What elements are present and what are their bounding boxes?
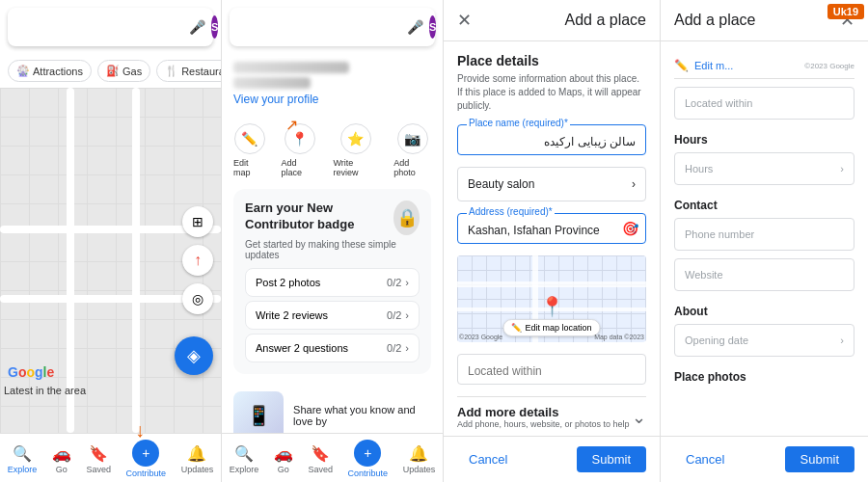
nav-go[interactable]: 🚗 Go [52, 444, 71, 474]
contributor-avatar[interactable]: S [429, 15, 436, 39]
view-profile-link[interactable]: View your profile [233, 93, 319, 106]
nav-updates-label: Updates [181, 465, 214, 474]
profile-section: View your profile [233, 62, 431, 114]
nav-updates[interactable]: 🔔 Updates [181, 444, 214, 474]
profile-blur-1 [233, 62, 349, 73]
address-input[interactable] [457, 213, 646, 244]
about-title: About [674, 305, 854, 318]
map-search-input[interactable]: Search here [23, 20, 185, 35]
place-details-title: Place details [457, 53, 646, 68]
website-input[interactable]: Website [674, 258, 854, 291]
location-button[interactable]: ◎ [182, 283, 213, 314]
contributor-mic-icon[interactable]: 🎤 [407, 19, 423, 35]
submit-button[interactable]: Submit [577, 446, 646, 472]
nav-saved-label: Saved [86, 465, 111, 474]
nav-label: Explore [230, 465, 259, 474]
phone-input[interactable]: Phone number [674, 218, 854, 251]
contributor-panel: Search here 🎤 S View your profile ✏️ Edi… [222, 0, 444, 482]
opening-date-placeholder: Opening date [685, 335, 748, 346]
hours-input[interactable]: Hours › [674, 152, 854, 185]
close-button[interactable]: ✕ [457, 10, 472, 31]
place-name-input[interactable] [457, 124, 646, 155]
action-add-place[interactable]: 📍 Add place ↗ [282, 123, 318, 177]
map-controls: ⊞ ↑ ◎ [182, 206, 213, 314]
edit-map-button[interactable]: ✏️ Edit map location [502, 319, 600, 336]
badge-title: Earn your New Contributor badge [245, 201, 393, 233]
explore-icon: 🔍 [13, 444, 32, 463]
map-preview[interactable]: 📍 ✏️ Edit map location Map data ©2023 ©2… [457, 255, 646, 342]
saved-icon: 🔖 [311, 444, 330, 463]
map-bottom-nav: 🔍 Explore 🚗 Go 🔖 Saved + Contribute 🔔 Up… [0, 433, 221, 482]
located-within-input[interactable] [457, 354, 646, 385]
write-review-label: Write review [333, 158, 378, 177]
place-photos-section: Place photos [674, 370, 854, 384]
cancel-button[interactable]: Cancel [457, 446, 519, 472]
nav-explore[interactable]: 🔍 Explore [8, 444, 38, 474]
located-within-field[interactable] [457, 354, 646, 385]
user-avatar[interactable]: S [211, 15, 218, 39]
add-place-panel: ✕ Add a place Place details Provide some… [444, 0, 661, 482]
contrib-nav-saved[interactable]: 🔖 Saved [308, 444, 333, 474]
located-within-section: Located within [674, 87, 854, 120]
contrib-nav-explore[interactable]: 🔍 Explore [230, 444, 259, 474]
panel-title: Add a place [564, 12, 646, 29]
map-road [132, 88, 140, 433]
map-layers-button[interactable]: ⊞ [182, 206, 213, 237]
action-add-photo[interactable]: 📷 Add photo [393, 123, 431, 177]
contributor-search-input[interactable]: Search here [245, 20, 407, 35]
compass-button[interactable]: ↑ [182, 245, 213, 276]
task-list: Post 2 photos 0/2 › Write 2 reviews 0/2 … [245, 268, 420, 362]
expand-icon[interactable]: ⌄ [632, 407, 646, 428]
filter-restaurants[interactable]: 🍴 Restaurants [156, 60, 221, 82]
right-cancel-button[interactable]: Cancel [674, 446, 736, 472]
place-name-field[interactable]: Place name (required)* [457, 124, 646, 155]
nav-label: Go [278, 465, 289, 474]
chevron-right-icon: › [405, 342, 409, 354]
map-background[interactable]: ⊞ ↑ ◎ ◈ Google Latest in the area [0, 88, 221, 433]
hours-placeholder: Hours [685, 163, 713, 174]
right-located-within-input[interactable]: Located within [674, 87, 854, 120]
contrib-nav-contribute[interactable]: + Contribute [348, 440, 389, 478]
phone-placeholder: Phone number [685, 228, 754, 240]
contributor-bottom-nav: 🔍 Explore 🚗 Go 🔖 Saved + Contribute 🔔 Up… [222, 433, 443, 482]
contrib-nav-go[interactable]: 🚗 Go [274, 444, 293, 474]
nav-label: Saved [308, 465, 333, 474]
contribute-icon: + [132, 440, 159, 467]
filter-attractions[interactable]: 🎡 Attractions [8, 60, 92, 82]
location-target-icon[interactable]: 🎯 [622, 221, 638, 236]
contributor-search-bar[interactable]: Search here 🎤 S [230, 8, 435, 46]
map-road [67, 88, 74, 433]
share-section: 📱 Share what you know and love by [233, 384, 431, 433]
action-write-review[interactable]: ⭐ Write review [333, 123, 378, 177]
contrib-nav-updates[interactable]: 🔔 Updates [403, 444, 436, 474]
website-placeholder: Website [685, 269, 723, 281]
place-name-label: Place name (required)* [467, 118, 570, 128]
nav-saved[interactable]: 🔖 Saved [86, 444, 111, 474]
contact-title: Contact [674, 199, 854, 212]
mic-icon[interactable]: 🎤 [189, 19, 205, 35]
filter-gas[interactable]: ⛽ Gas [97, 60, 150, 82]
edit-location-label[interactable]: Edit m... [694, 60, 733, 71]
latest-area-label: Latest in the area [4, 385, 86, 396]
action-edit-map[interactable]: ✏️ Edit map [233, 123, 266, 177]
address-field[interactable]: Address (required)* 🎯 [457, 213, 646, 244]
edit-location-icon: ✏️ [674, 59, 689, 72]
task-post-photos[interactable]: Post 2 photos 0/2 › [245, 268, 420, 297]
contribute-icon: + [354, 440, 381, 467]
directions-fab[interactable]: ◈ [175, 336, 213, 375]
category-select[interactable]: Beauty salon › [457, 167, 646, 201]
about-section: About Opening date › [674, 305, 854, 357]
right-submit-button[interactable]: Submit [785, 446, 854, 472]
nav-contribute[interactable]: + Contribute [126, 440, 167, 478]
contributor-content: View your profile ✏️ Edit map 📍 Add plac… [222, 54, 443, 433]
task-answer-questions[interactable]: Answer 2 questions 0/2 › [245, 334, 420, 362]
more-details-content: Add more details Add phone, hours, websi… [457, 405, 630, 429]
task-write-reviews[interactable]: Write 2 reviews 0/2 › [245, 301, 420, 330]
nav-label: Updates [403, 465, 436, 474]
nav-label: Contribute [348, 469, 389, 478]
updates-icon: 🔔 [409, 444, 428, 463]
opening-date-input[interactable]: Opening date › [674, 324, 854, 357]
map-search-bar[interactable]: Search here 🎤 S [8, 8, 213, 46]
add-place-label: Add place [282, 158, 318, 177]
hours-section: Hours Hours › [674, 133, 854, 185]
